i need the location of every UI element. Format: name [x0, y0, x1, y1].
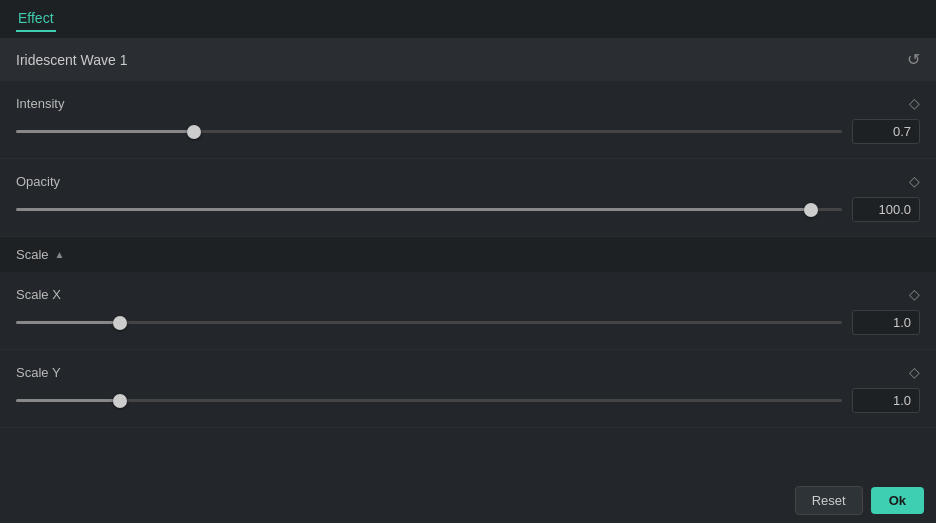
scale-label: Scale	[16, 247, 49, 262]
scale-header[interactable]: Scale ▲	[0, 237, 936, 272]
intensity-slider-row	[16, 119, 920, 144]
scale-x-slider[interactable]	[16, 321, 842, 324]
opacity-slider-container	[16, 200, 842, 220]
scale-y-slider[interactable]	[16, 399, 842, 402]
scale-y-diamond-icon[interactable]: ◇	[909, 364, 920, 380]
reset-button[interactable]: Reset	[795, 486, 863, 515]
scale-x-header-row: Scale X ◇	[16, 286, 920, 302]
effect-title-row: Iridescent Wave 1 ↺	[0, 38, 936, 81]
opacity-value[interactable]	[852, 197, 920, 222]
intensity-label: Intensity	[16, 96, 64, 111]
scale-y-value[interactable]	[852, 388, 920, 413]
intensity-slider-container	[16, 122, 842, 142]
scale-x-value[interactable]	[852, 310, 920, 335]
scale-y-header-row: Scale Y ◇	[16, 364, 920, 380]
opacity-slider[interactable]	[16, 208, 842, 211]
intensity-slider[interactable]	[16, 130, 842, 133]
scale-x-slider-row	[16, 310, 920, 335]
tab-effect[interactable]: Effect	[16, 6, 56, 32]
tab-header: Effect	[0, 0, 936, 38]
intensity-section: Intensity ◇	[0, 81, 936, 159]
bottom-bar: Reset Ok	[0, 478, 936, 523]
effect-title: Iridescent Wave 1	[16, 52, 128, 68]
scale-x-section: Scale X ◇	[0, 272, 936, 350]
scale-x-label: Scale X	[16, 287, 61, 302]
scale-x-diamond-icon[interactable]: ◇	[909, 286, 920, 302]
opacity-slider-row	[16, 197, 920, 222]
scale-chevron-icon: ▲	[55, 249, 65, 260]
opacity-section: Opacity ◇	[0, 159, 936, 237]
scale-y-section: Scale Y ◇	[0, 350, 936, 428]
intensity-diamond-icon[interactable]: ◇	[909, 95, 920, 111]
ok-button[interactable]: Ok	[871, 487, 924, 514]
opacity-header-row: Opacity ◇	[16, 173, 920, 189]
opacity-diamond-icon[interactable]: ◇	[909, 173, 920, 189]
scale-y-slider-container	[16, 391, 842, 411]
scale-body: Scale X ◇ Scale Y ◇	[0, 272, 936, 428]
reset-icon[interactable]: ↺	[907, 50, 920, 69]
intensity-header-row: Intensity ◇	[16, 95, 920, 111]
scale-y-label: Scale Y	[16, 365, 61, 380]
scale-y-slider-row	[16, 388, 920, 413]
effect-panel: Effect Iridescent Wave 1 ↺ Intensity ◇ O…	[0, 0, 936, 523]
opacity-label: Opacity	[16, 174, 60, 189]
intensity-value[interactable]	[852, 119, 920, 144]
scale-x-slider-container	[16, 313, 842, 333]
